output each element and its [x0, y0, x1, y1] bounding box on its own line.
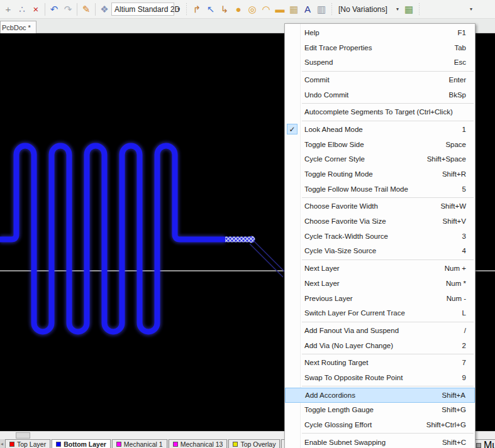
via-icon[interactable]: ◎: [245, 3, 259, 16]
view-mode-caret[interactable]: ▾: [174, 3, 183, 16]
clear-snap-icon[interactable]: ×: [29, 3, 43, 16]
layer-tab-bottom-layer[interactable]: Bottom Layer: [52, 439, 111, 448]
menu-separator: [302, 197, 474, 198]
toolbar-grip: [418, 3, 420, 16]
menu-item-cycle-via-size-source[interactable]: Cycle Via-Size Source4: [285, 244, 475, 259]
variations-combo[interactable]: [No Variations]: [335, 3, 393, 16]
menu-item-cycle-track-width-source[interactable]: Cycle Track-Width Source3: [285, 229, 475, 244]
menu-item-shortcut: Shift+V: [443, 217, 466, 225]
arc-icon[interactable]: ◠: [259, 3, 273, 16]
menu-item-add-fanout-via-and-suspend[interactable]: Add Fanout Via and Suspend/: [285, 323, 475, 338]
menu-item-label: Toggle Elbow Side: [304, 141, 438, 148]
menu-item-add-accordions[interactable]: Add AccordionsShift+A: [285, 388, 475, 403]
menu-item-commit[interactable]: CommitEnter: [285, 72, 475, 87]
menu-item-add-via-no-layer-change[interactable]: Add Via (No Layer Change)2: [285, 338, 475, 353]
menu-item-previous-layer[interactable]: Previous LayerNum -: [285, 291, 475, 306]
menu-item-label: Switch Layer For Current Trace: [304, 309, 455, 317]
menu-item-cycle-corner-style[interactable]: Cycle Corner StyleShift+Space: [285, 152, 475, 167]
menu-item-swap-to-opposite-route-point[interactable]: Swap To Opposite Route Point9: [285, 370, 475, 385]
select-pointer-icon[interactable]: ↖: [204, 3, 218, 16]
menu-item-label: Add Fanout Via and Suspend: [304, 327, 457, 334]
empty-combo[interactable]: [423, 3, 467, 16]
main-toolbar: +∴×↶↷✎❖Altium Standard 2D▾↱↖↳●◎◠▬▦A▥[No …: [0, 0, 495, 19]
menu-item-suspend[interactable]: SuspendEsc: [285, 55, 475, 70]
menu-item-shortcut: Enter: [449, 76, 467, 84]
menu-separator: [302, 433, 474, 434]
empty-combo-caret[interactable]: ▾: [467, 3, 476, 16]
active-route-segment[interactable]: [225, 237, 252, 243]
route-diff-pair-icon[interactable]: ↳: [218, 3, 231, 16]
layer-tab-top-overlay[interactable]: Top Overlay: [228, 439, 280, 448]
fill-icon[interactable]: ▬: [273, 3, 287, 16]
toolbar-separator: [45, 3, 45, 16]
layer-tab-label: Bottom Layer: [64, 440, 106, 448]
menu-item-shortcut: 1: [462, 126, 466, 133]
layer-tab-mechanical-13[interactable]: Mechanical 13: [169, 439, 228, 448]
menu-item-switch-layer-for-current-trace[interactable]: Switch Layer For Current TraceL: [285, 305, 475, 320]
route-icon[interactable]: ↱: [190, 3, 204, 16]
menu-item-label: Swap To Opposite Route Point: [304, 374, 455, 381]
menu-item-shortcut: Tab: [454, 44, 466, 52]
layer-tab-top-layer[interactable]: Top Layer: [5, 439, 50, 448]
preferences-icon[interactable]: ❖: [97, 3, 111, 16]
menu-item-look-ahead-mode[interactable]: ✓Look Ahead Mode1: [285, 122, 475, 137]
menu-item-shortcut: 5: [462, 185, 466, 193]
wand-icon[interactable]: ✎: [79, 3, 93, 16]
menu-item-next-layer[interactable]: Next LayerNum *: [285, 276, 475, 291]
menu-item-label: Choose Favorite Via Size: [304, 217, 435, 225]
toolbar-grip: [186, 3, 187, 16]
crosshair-icon[interactable]: +: [1, 3, 15, 16]
variations-caret[interactable]: ▾: [393, 3, 402, 16]
menu-item-autocomplete-segments-to-target-ctrl-click[interactable]: Autocomplete Segments To Target (Ctrl+Cl…: [285, 104, 475, 119]
menu-item-shortcut: Shift+Space: [427, 155, 466, 163]
menu-item-choose-favorite-via-size[interactable]: Choose Favorite Via SizeShift+V: [285, 214, 475, 229]
redo-icon[interactable]: ↷: [61, 3, 75, 16]
menu-item-label: Previous Layer: [304, 295, 439, 302]
menu-item-label: Undo Commit: [304, 91, 442, 99]
menu-item-undo-commit[interactable]: Undo CommitBkSp: [285, 87, 475, 102]
tab-scroll-left-icon[interactable]: ◂: [0, 439, 4, 448]
menu-item-next-routing-target[interactable]: Next Routing Target7: [285, 355, 475, 370]
layer-tab-label: Multi-Lay: [484, 440, 495, 448]
menu-item-cycle-glossing-effort[interactable]: Cycle Glossing EffortShift+Ctrl+G: [285, 417, 475, 432]
menu-separator: [302, 71, 474, 72]
menu-item-choose-favorite-width[interactable]: Choose Favorite WidthShift+W: [285, 199, 475, 214]
menu-item-enable-subnet-swapping[interactable]: Enable Subnet SwappingShift+C: [285, 435, 475, 448]
component-icon[interactable]: ▥: [314, 3, 328, 16]
string-icon[interactable]: A: [301, 3, 314, 16]
menu-separator: [302, 121, 474, 121]
menu-item-label: Edit Trace Properties: [304, 44, 447, 52]
menu-item-shortcut: 7: [462, 359, 466, 366]
layer-tab-mechanical-1[interactable]: Mechanical 1: [112, 439, 167, 448]
menu-item-shortcut: Shift+W: [440, 202, 466, 210]
menu-item-toggle-follow-mouse-trail-mode[interactable]: Toggle Follow Mouse Trail Mode5: [285, 182, 475, 197]
checkmark-icon: ✓: [287, 124, 298, 134]
menu-item-toggle-routing-mode[interactable]: Toggle Routing ModeShift+R: [285, 167, 475, 182]
menu-item-label: Toggle Length Gauge: [304, 406, 434, 413]
scrollbar-thumb[interactable]: [16, 432, 30, 439]
menu-item-toggle-length-gauge[interactable]: Toggle Length GaugeShift+G: [285, 403, 475, 418]
menu-item-label: Next Layer: [304, 265, 437, 272]
view-mode-combo[interactable]: Altium Standard 2D: [111, 3, 174, 16]
snap-nodes-icon[interactable]: ∴: [15, 3, 29, 16]
menu-separator: [302, 322, 474, 322]
menu-item-shortcut: Shift+R: [442, 170, 466, 178]
menu-separator: [302, 354, 474, 354]
document-tab[interactable]: PcbDoc *: [0, 21, 36, 33]
menu-item-label: Look Ahead Mode: [304, 126, 455, 133]
menu-item-help[interactable]: HelpF1: [285, 25, 475, 40]
undo-icon[interactable]: ↶: [47, 3, 61, 16]
menu-item-label: Cycle Glossing Effort: [304, 421, 419, 429]
menu-separator: [302, 260, 474, 260]
menu-item-shortcut: 2: [462, 342, 466, 349]
menu-item-toggle-elbow-side[interactable]: Toggle Elbow SideSpace: [285, 137, 475, 152]
pad-array-icon[interactable]: ▦: [287, 3, 301, 16]
menu-item-edit-trace-properties[interactable]: Edit Trace PropertiesTab: [285, 40, 475, 55]
serpentine-trace[interactable]: [0, 146, 225, 332]
pad-icon[interactable]: ●: [231, 3, 245, 16]
variant-chip-icon[interactable]: ▦: [402, 3, 416, 16]
layer-color-chip: [476, 443, 481, 448]
menu-item-next-layer[interactable]: Next LayerNum +: [285, 261, 475, 276]
layer-color-chip: [233, 442, 238, 447]
menu-item-shortcut: 3: [462, 232, 466, 240]
